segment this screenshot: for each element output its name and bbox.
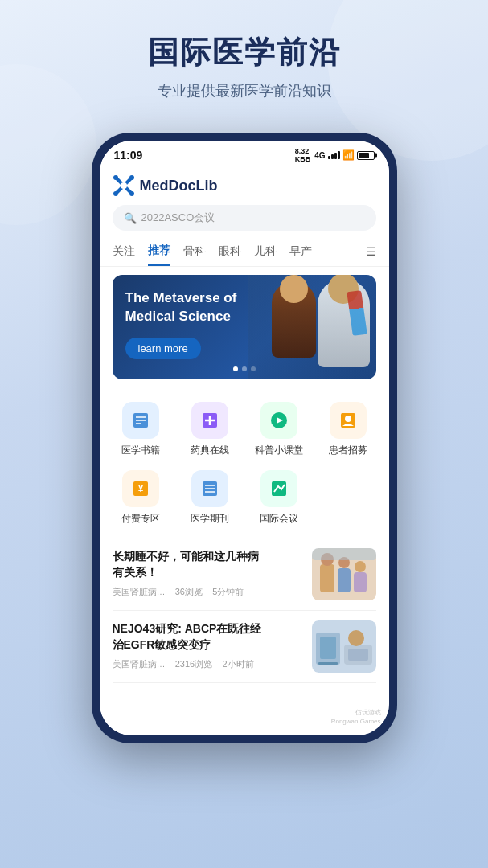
svg-rect-32: [312, 548, 376, 560]
news-views-2: 2316浏览: [175, 659, 212, 669]
svg-point-4: [129, 175, 134, 180]
quick-item-pharmacy[interactable]: 药典在线: [175, 395, 244, 464]
news-time-2: 2小时前: [222, 659, 253, 669]
quick-links-row1: 医学书籍 药典在线: [100, 387, 389, 464]
status-bar: 11:09 8.32KBB 4G 📶: [100, 141, 389, 166]
banner: The Metaverse ofMedical Science learn mo…: [113, 275, 376, 379]
battery-icon: [357, 151, 375, 160]
pharmacy-icon: [191, 402, 228, 439]
search-bar[interactable]: 🔍 2022ASCO会议: [113, 205, 376, 231]
svg-point-3: [113, 175, 118, 180]
tab-儿科[interactable]: 儿科: [254, 238, 277, 265]
news-thumb-2: [312, 620, 376, 673]
quick-label-books: 医学书籍: [121, 444, 160, 457]
wifi-icon: 📶: [342, 149, 355, 161]
network-text: 8.32KBB: [295, 147, 311, 163]
svg-rect-39: [348, 649, 368, 661]
app-name: MedDocLib: [140, 178, 218, 194]
news-meta-1: 美国肾脏病… 36浏览 5分钟前: [113, 586, 302, 598]
quick-label-journal: 医学期刊: [191, 512, 229, 526]
quick-item-journal[interactable]: 医学期刊: [175, 464, 244, 532]
svg-point-38: [348, 630, 364, 646]
paid-icon: ¥: [122, 470, 159, 507]
svg-rect-36: [318, 662, 338, 665]
svg-point-6: [129, 191, 134, 196]
quick-item-conference[interactable]: 国际会议: [244, 464, 314, 532]
books-icon: [122, 402, 159, 439]
quick-links-row2: ¥ 付费专区: [100, 464, 389, 538]
sub-title: 专业提供最新医学前沿知识: [148, 81, 341, 100]
phone-outer: 11:09 8.32KBB 4G 📶: [92, 133, 397, 743]
header-section: 国际医学前沿 专业提供最新医学前沿知识: [132, 0, 357, 117]
quick-item-books[interactable]: 医学书籍: [106, 395, 175, 464]
news-time-1: 5分钟前: [212, 587, 244, 596]
phone-mockup: 11:09 8.32KBB 4G 📶: [92, 133, 397, 743]
app-logo: MedDocLib: [113, 174, 218, 197]
banner-text-area: The Metaverse ofMedical Science learn mo…: [125, 289, 363, 359]
news-title-2: NEJO43研究: ABCP在既往经治EGFR敏感突变疗: [113, 620, 302, 653]
news-text-1: 长期睡不好，可能和这几种病有关系！ 美国肾脏病… 36浏览 5分钟前: [113, 548, 302, 598]
status-icons: 8.32KBB 4G 📶: [295, 147, 375, 163]
signal-bars: [328, 151, 340, 159]
education-icon: [260, 402, 297, 439]
app-content: MedDocLib 🔍 2022ASCO会议 关注 推荐 骨科 眼科 儿科 早产: [100, 166, 389, 735]
quick-item-recruitment[interactable]: 患者招募: [314, 395, 383, 464]
tab-more[interactable]: ☰: [366, 245, 376, 258]
learn-more-button[interactable]: learn more: [125, 338, 201, 359]
filter-icon: ☰: [366, 245, 376, 258]
svg-point-17: [345, 416, 351, 422]
svg-text:¥: ¥: [137, 483, 143, 494]
tab-眼科[interactable]: 眼科: [219, 238, 241, 265]
banner-title: The Metaverse ofMedical Science: [125, 289, 363, 326]
banner-dot-2: [242, 366, 247, 371]
quick-label-conference: 国际会议: [260, 512, 298, 526]
tab-骨科[interactable]: 骨科: [183, 238, 206, 265]
news-thumb-1: [312, 548, 376, 600]
quick-label-education: 科普小课堂: [255, 444, 303, 457]
recruitment-icon: [330, 402, 367, 439]
status-time: 11:09: [114, 149, 143, 162]
search-placeholder: 2022ASCO会议: [141, 211, 215, 225]
news-text-2: NEJO43研究: ABCP在既往经治EGFR敏感突变疗 美国肾脏病… 2316…: [113, 620, 302, 670]
tab-关注[interactable]: 关注: [113, 238, 135, 265]
quick-label-paid: 付费专区: [121, 512, 160, 526]
svg-point-2: [121, 182, 127, 189]
network-4g: 4G: [314, 151, 325, 160]
tab-推荐[interactable]: 推荐: [148, 237, 170, 266]
news-item-1[interactable]: 长期睡不好，可能和这几种病有关系！ 美国肾脏病… 36浏览 5分钟前: [113, 538, 376, 611]
svg-rect-24: [272, 481, 286, 496]
news-item-2[interactable]: NEJO43研究: ABCP在既往经治EGFR敏感突变疗 美国肾脏病… 2316…: [113, 611, 376, 683]
svg-point-5: [113, 191, 118, 196]
svg-rect-30: [354, 572, 367, 592]
news-meta-2: 美国肾脏病… 2316浏览 2小时前: [113, 658, 302, 670]
news-section: 长期睡不好，可能和这几种病有关系！ 美国肾脏病… 36浏览 5分钟前: [100, 538, 389, 683]
news-source-1: 美国肾脏病…: [113, 587, 166, 596]
phone-inner: 11:09 8.32KBB 4G 📶: [100, 141, 389, 735]
watermark: 仿玩游戏Rongwan.Games: [331, 708, 381, 726]
news-source-2: 美国肾脏病…: [113, 659, 166, 669]
tab-早产[interactable]: 早产: [289, 238, 312, 265]
quick-item-education[interactable]: 科普小课堂: [244, 395, 314, 464]
news-views-1: 36浏览: [175, 587, 203, 596]
banner-dot-1: [233, 366, 238, 371]
main-title: 国际医学前沿: [148, 32, 341, 73]
category-tabs: 关注 推荐 骨科 眼科 儿科 早产 ☰: [100, 237, 389, 267]
search-icon: 🔍: [124, 212, 137, 224]
conference-icon: [260, 470, 297, 507]
svg-rect-35: [320, 637, 336, 659]
quick-item-paid[interactable]: ¥ 付费专区: [106, 464, 175, 532]
quick-item-empty: [314, 464, 383, 532]
news-title-1: 长期睡不好，可能和这几种病有关系！: [113, 548, 302, 581]
quick-label-pharmacy: 药典在线: [191, 444, 229, 457]
quick-label-recruitment: 患者招募: [329, 444, 367, 457]
logo-icon: [113, 174, 135, 197]
journal-icon: [191, 470, 228, 507]
svg-rect-26: [320, 564, 334, 592]
svg-rect-28: [338, 568, 351, 592]
svg-point-31: [355, 561, 366, 572]
app-header: MedDocLib: [100, 166, 389, 202]
